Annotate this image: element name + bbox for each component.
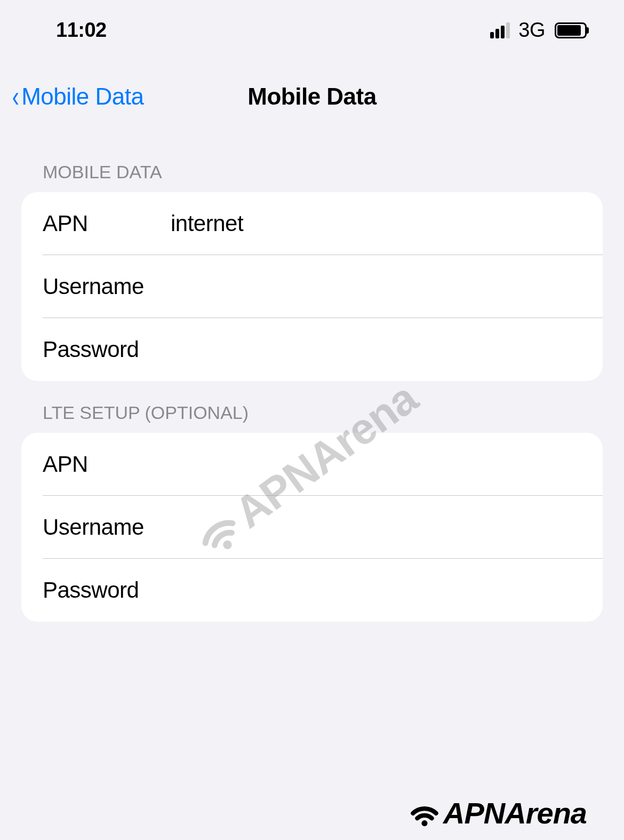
lte-apn-label: APN <box>43 451 171 477</box>
mobile-data-apn-row[interactable]: APN <box>21 192 603 255</box>
status-bar: 11:02 3G <box>0 0 624 58</box>
mobile-data-section: MOBILE DATA APN Username Password <box>0 162 624 381</box>
lte-setup-body: APN Username Password <box>21 433 603 622</box>
status-time: 11:02 <box>56 19 107 42</box>
back-button[interactable]: ‹ Mobile Data <box>11 79 143 114</box>
back-label: Mobile Data <box>21 83 143 110</box>
lte-password-row[interactable]: Password <box>21 559 603 622</box>
lte-password-label: Password <box>43 577 171 603</box>
lte-username-row[interactable]: Username <box>21 496 603 559</box>
mobile-data-password-label: Password <box>43 337 171 362</box>
brand-text: APNArena <box>443 796 587 830</box>
mobile-data-password-row[interactable]: Password <box>21 318 603 381</box>
mobile-data-header: MOBILE DATA <box>0 162 624 192</box>
mobile-data-username-input[interactable] <box>171 274 581 299</box>
wifi-icon <box>408 797 441 830</box>
lte-username-input[interactable] <box>171 514 581 540</box>
network-type: 3G <box>518 19 545 42</box>
brand-logo: APNArena <box>408 796 587 830</box>
mobile-data-apn-label: APN <box>43 211 171 236</box>
mobile-data-username-row[interactable]: Username <box>21 255 603 318</box>
mobile-data-password-input[interactable] <box>171 337 581 362</box>
mobile-data-apn-input[interactable] <box>171 211 581 236</box>
chevron-back-icon: ‹ <box>12 79 19 114</box>
page-title: Mobile Data <box>247 83 376 110</box>
lte-username-label: Username <box>43 514 171 540</box>
status-right: 3G <box>490 19 587 42</box>
lte-apn-input[interactable] <box>171 451 581 477</box>
lte-apn-row[interactable]: APN <box>21 433 603 496</box>
battery-icon <box>555 22 587 38</box>
signal-bars-icon <box>490 22 510 38</box>
lte-setup-header: LTE SETUP (OPTIONAL) <box>0 402 624 433</box>
mobile-data-username-label: Username <box>43 274 171 299</box>
lte-password-input[interactable] <box>171 577 581 603</box>
mobile-data-body: APN Username Password <box>21 192 603 381</box>
nav-bar: ‹ Mobile Data Mobile Data <box>0 58 624 140</box>
svg-point-1 <box>421 820 427 826</box>
lte-setup-section: LTE SETUP (OPTIONAL) APN Username Passwo… <box>0 402 624 622</box>
